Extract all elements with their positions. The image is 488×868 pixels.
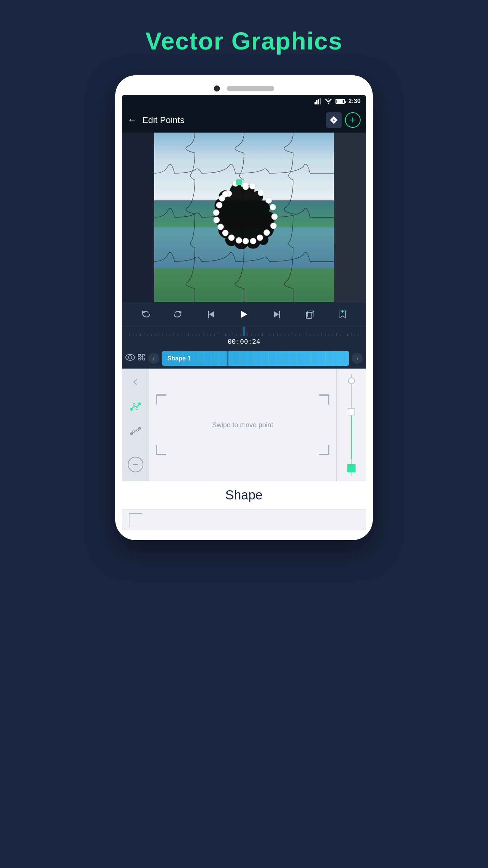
properties-panel: − Swipe to move point: [122, 369, 366, 481]
header-bar: ← Edit Points + +: [122, 107, 366, 133]
curve-tool-button[interactable]: [127, 398, 144, 415]
timeline-ruler[interactable]: [122, 327, 366, 336]
svg-point-16: [257, 235, 263, 241]
svg-line-36: [313, 311, 314, 312]
svg-point-19: [236, 237, 242, 243]
track-clip[interactable]: Shape 1: [162, 351, 349, 366]
skip-start-button[interactable]: [204, 308, 218, 321]
svg-rect-29: [243, 183, 248, 188]
svg-marker-3: [320, 98, 321, 104]
svg-point-11: [266, 197, 272, 203]
svg-rect-32: [306, 312, 312, 318]
undo-button[interactable]: [139, 308, 152, 321]
svg-point-13: [271, 214, 278, 220]
svg-point-14: [270, 223, 277, 229]
svg-marker-2: [318, 99, 319, 104]
battery-icon: [336, 99, 345, 104]
svg-point-18: [243, 238, 249, 244]
svg-point-110: [133, 403, 135, 406]
prop-main: Swipe to move point: [149, 369, 336, 481]
corner-br: [319, 445, 329, 455]
svg-rect-33: [308, 311, 313, 317]
keyframe-green-line: [351, 415, 352, 459]
header-title: Edit Points: [142, 115, 321, 125]
prop-back-button[interactable]: [127, 374, 144, 390]
header-actions: + +: [326, 112, 361, 128]
svg-point-20: [228, 235, 235, 241]
track-row: ‹ Shape 1 ›: [122, 348, 366, 369]
svg-point-27: [222, 191, 228, 197]
swipe-hint: Swipe to move point: [212, 421, 273, 429]
diamond-icon: +: [329, 115, 339, 125]
track-icons: [125, 353, 146, 364]
redo-button[interactable]: [171, 308, 185, 321]
line-tool-button[interactable]: [127, 423, 144, 439]
keyframe-node-middle[interactable]: [348, 408, 355, 415]
svg-point-12: [270, 204, 276, 210]
corner-bl: [156, 445, 166, 455]
corner-tl: [156, 394, 166, 405]
time-display: 00:00:24: [122, 336, 366, 348]
bookmark-button[interactable]: [336, 308, 349, 321]
svg-point-24: [213, 210, 219, 216]
svg-rect-28: [236, 179, 242, 185]
status-icons: 2:30: [314, 98, 361, 105]
svg-point-25: [216, 202, 222, 208]
skip-end-button[interactable]: [270, 308, 284, 321]
puzzle-lines: [154, 133, 334, 302]
svg-point-104: [126, 354, 135, 360]
page-title: Vector Graphics: [145, 27, 343, 55]
back-button[interactable]: ←: [127, 115, 137, 125]
svg-point-21: [222, 230, 228, 236]
track-cursor: [227, 351, 228, 366]
svg-marker-1: [316, 100, 318, 104]
playback-controls: [122, 302, 366, 327]
bottom-corner-frame: [122, 510, 366, 530]
puzzle-image: [154, 133, 334, 302]
play-button[interactable]: [237, 308, 251, 321]
svg-point-111: [136, 408, 138, 410]
status-time: 2:30: [348, 98, 361, 105]
corner-frame: Swipe to move point: [156, 394, 329, 455]
battery-tip: [345, 101, 346, 103]
svg-point-17: [250, 238, 256, 244]
svg-point-23: [214, 217, 220, 223]
diamond-button[interactable]: +: [326, 112, 342, 128]
video-canvas: [122, 133, 366, 302]
svg-marker-0: [314, 102, 316, 104]
delete-point-button[interactable]: −: [128, 457, 143, 472]
battery-fill: [337, 100, 343, 103]
svg-point-10: [258, 190, 264, 196]
keyframe-node-bottom-green[interactable]: [347, 464, 355, 472]
visibility-toggle[interactable]: [125, 354, 135, 363]
add-button[interactable]: +: [345, 112, 361, 128]
phone-speaker: [227, 86, 274, 91]
track-next-button[interactable]: ›: [352, 353, 363, 364]
signal-icon: [314, 98, 321, 104]
copy-button[interactable]: [303, 308, 317, 321]
shape-label-text: Shape: [225, 488, 263, 502]
svg-point-105: [128, 356, 132, 359]
svg-point-15: [264, 230, 270, 236]
keyframe-panel: [336, 369, 366, 481]
prop-sidebar: −: [122, 369, 149, 481]
wifi-icon: [325, 98, 332, 104]
phone-screen: 2:30 ← Edit Points + +: [122, 95, 366, 530]
status-bar: 2:30: [122, 95, 366, 107]
svg-point-118: [137, 429, 139, 431]
phone-frame: 2:30 ← Edit Points + +: [115, 75, 373, 540]
svg-point-22: [218, 224, 224, 230]
svg-point-9: [249, 183, 256, 189]
track-prev-button[interactable]: ‹: [148, 353, 159, 364]
svg-point-117: [133, 431, 135, 433]
corner-tr: [319, 394, 329, 405]
phone-camera: [214, 85, 220, 92]
track-clip-label: Shape 1: [167, 355, 191, 362]
svg-text:+: +: [332, 118, 335, 123]
shape-label-area: Shape: [122, 481, 366, 510]
bottom-corner-mark: [129, 513, 142, 527]
keyframe-node-top[interactable]: [348, 377, 355, 384]
phone-top-bar: [122, 85, 366, 92]
puzzle-icon[interactable]: [137, 353, 146, 364]
